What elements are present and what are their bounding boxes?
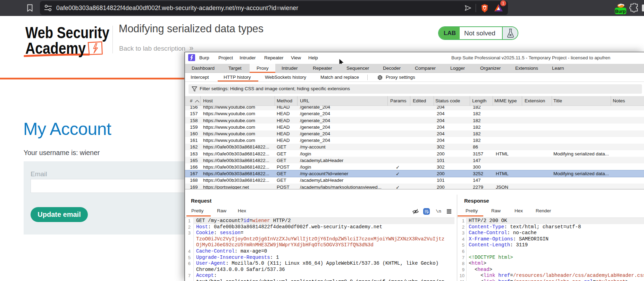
svg-text:Academy: Academy (25, 39, 86, 57)
svg-text:Burp: Burp (615, 9, 626, 14)
